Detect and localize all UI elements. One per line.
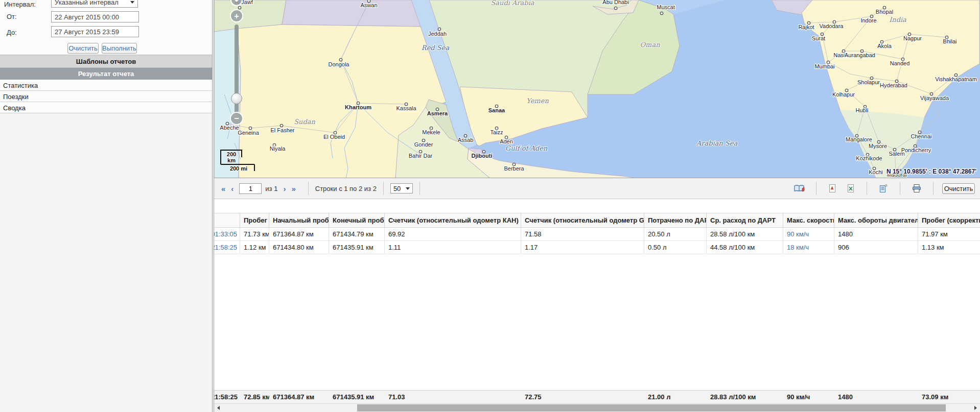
arrow-left-icon — [217, 406, 220, 410]
table-cell: 71.58 — [521, 228, 644, 240]
result-section-header[interactable]: Результат отчета — [0, 68, 212, 80]
toolbar-divider — [816, 182, 816, 195]
scale-km-value: 200 — [227, 151, 236, 157]
city-label: El Obeid — [323, 134, 345, 140]
summary-cell: 671364.87 км — [269, 391, 329, 403]
export-pdf-button[interactable] — [828, 184, 837, 193]
summary-cell: 72.85 км — [240, 391, 269, 403]
city-label: Mangalore — [846, 136, 872, 142]
sidebar-item-statistics[interactable]: Статистика — [0, 80, 212, 91]
page-total-label: из 1 — [265, 185, 277, 192]
table-cell: 906 — [834, 241, 918, 254]
next-page-button[interactable]: › — [283, 185, 286, 192]
column-header[interactable]: Начальный пробег — [269, 213, 329, 227]
export-excel-button[interactable] — [846, 184, 855, 193]
region-label: Arabian Sea — [696, 139, 738, 147]
map[interactable]: Saudi ArabiaRed SeaOmanYemenSudanIndiaGu… — [214, 0, 980, 178]
summary-cell: 671435.91 км — [329, 391, 385, 403]
chevron-down-icon — [130, 1, 134, 4]
column-header[interactable]: Макс. скорость — [783, 213, 834, 227]
summary-cell: 71.03 — [385, 391, 521, 403]
column-header[interactable]: Счетчик (относительный одометр КАН) — [385, 213, 521, 227]
horizontal-scrollbar[interactable] — [214, 403, 980, 412]
prev-page-button[interactable]: ‹ — [231, 185, 234, 192]
region-label: Gulf of Aden — [505, 144, 548, 152]
table-cell[interactable]: 21:58:25 — [214, 241, 240, 254]
column-header[interactable]: Потрачено по ДАРТ — [644, 213, 707, 227]
minus-icon: − — [234, 114, 239, 123]
table-cell: 1.12 км — [240, 241, 269, 254]
region-label: India — [889, 16, 906, 23]
column-header[interactable]: Макс. обороты двигателя — [834, 213, 918, 227]
clear-results-button[interactable]: Очистить — [942, 183, 975, 194]
first-page-button[interactable]: « — [221, 185, 225, 192]
city-label: Mekele — [422, 129, 440, 135]
city-label: Hubli — [855, 107, 868, 113]
scrollbar-thumb[interactable] — [357, 404, 946, 411]
column-header[interactable]: Ср. расход по ДАРТ — [707, 213, 783, 227]
summary-cell: 90 км/ч — [783, 391, 834, 403]
table-empty-area — [214, 254, 980, 390]
from-date-input[interactable] — [55, 13, 135, 21]
sidebar-item-summary[interactable]: Сводка — [0, 103, 212, 113]
results-toolbar: « ‹ из 1 › » Строки с 1 по 2 из 2 50 — [214, 178, 980, 199]
column-header[interactable]: Пробег — [240, 213, 269, 227]
city-label: Akola — [877, 43, 892, 49]
export-file-button[interactable] — [878, 184, 889, 193]
printer-icon — [912, 184, 922, 193]
scroll-left-button[interactable] — [214, 404, 223, 412]
interval-select-value: Указанный интервал — [55, 0, 119, 6]
summary-cell: 21:58:25 — [214, 391, 240, 403]
page-size-select[interactable]: 50 — [390, 183, 413, 193]
table-summary-row: 21:58:2572.85 км671364.87 км671435.91 км… — [214, 390, 980, 403]
results-table: ПробегНачальный пробегКонечный пробегСче… — [214, 213, 980, 412]
column-header[interactable] — [214, 213, 240, 227]
table-cell[interactable]: 90 км/ч — [783, 228, 834, 240]
summary-cell: 72.75 — [521, 391, 644, 403]
scroll-right-button[interactable] — [971, 404, 980, 412]
to-field-box — [51, 26, 139, 37]
city-label: Kolhapur — [832, 91, 855, 98]
to-label: До: — [7, 29, 17, 36]
city-label: Asmera — [427, 110, 448, 116]
from-label: От: — [7, 13, 17, 20]
pdf-icon — [828, 184, 837, 193]
map-canvas[interactable]: Saudi ArabiaRed SeaOmanYemenSudanIndiaGu… — [214, 0, 980, 178]
city-label: Khartoum — [345, 104, 371, 110]
interval-label: Интервал: — [4, 1, 36, 8]
app-window: Интервал: Указанный интервал От: До: Очи… — [0, 0, 980, 412]
to-date-input[interactable] — [55, 28, 135, 36]
interval-select[interactable]: Указанный интервал — [51, 0, 138, 8]
run-button[interactable]: Выполнить — [102, 43, 137, 54]
cursor-coordinates: N 15° 10.9855' : E 038° 47.2867' — [886, 168, 976, 175]
region-label: Red Sea — [422, 44, 450, 52]
city-dot — [660, 12, 663, 14]
templates-section-header[interactable]: Шаблоны отчетов — [0, 55, 212, 68]
city-label: Aden — [500, 138, 513, 144]
chevron-down-icon — [406, 187, 410, 190]
page-number-input[interactable] — [239, 183, 262, 194]
city-dot — [280, 124, 283, 127]
city-dot — [339, 58, 342, 61]
table-cell[interactable]: 01:33:05 — [214, 228, 240, 240]
print-button[interactable] — [912, 184, 922, 193]
city-label: Gonder — [414, 141, 433, 148]
city-label: Chennai — [911, 133, 932, 139]
zoom-slider-handle[interactable] — [231, 93, 242, 104]
column-header[interactable]: Счетчик (относительный одометр GPS) — [521, 213, 644, 227]
summary-cell: 28.83 л/100 км — [707, 391, 783, 403]
last-page-button[interactable]: » — [291, 185, 295, 192]
page-size-value: 50 — [393, 185, 401, 192]
table-cell: 44.58 л/100 км — [707, 241, 783, 254]
toolbar-divider — [933, 182, 934, 195]
table-cell[interactable]: 18 км/ч — [783, 241, 834, 254]
column-header[interactable]: Конечный пробег — [329, 213, 385, 227]
city-label: Vadodara — [820, 23, 844, 29]
table-cell: 671434.80 км — [269, 241, 329, 254]
report-book-button[interactable] — [794, 184, 805, 193]
city-label: Surat — [812, 35, 825, 41]
table-row: 01:33:0571.73 км671364.87 км671434.79 км… — [214, 228, 980, 241]
column-header[interactable]: Пробег (скорректир — [918, 213, 980, 227]
clear-button[interactable]: Очистить — [67, 43, 99, 54]
sidebar-item-trips[interactable]: Поездки — [0, 91, 212, 102]
